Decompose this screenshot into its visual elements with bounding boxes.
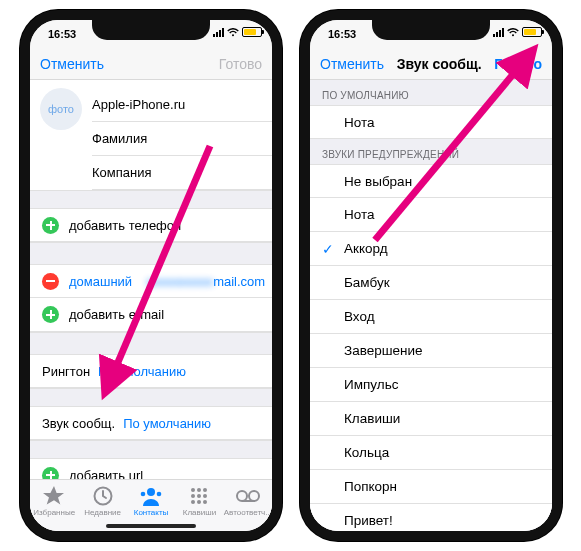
email-visible: mail.com bbox=[213, 274, 265, 289]
svg-point-9 bbox=[203, 494, 207, 498]
tab-keypad[interactable]: Клавиши bbox=[175, 480, 223, 523]
svg-point-5 bbox=[197, 488, 201, 492]
svg-point-2 bbox=[141, 492, 146, 497]
email-hidden: xxxxxxxxxx bbox=[146, 274, 213, 289]
svg-point-8 bbox=[197, 494, 201, 498]
list-item[interactable]: Вход bbox=[310, 300, 552, 334]
svg-point-11 bbox=[197, 500, 201, 504]
minus-icon bbox=[42, 273, 59, 290]
cellular-icon bbox=[213, 28, 224, 37]
keypad-icon bbox=[189, 486, 209, 506]
wifi-icon bbox=[227, 28, 239, 37]
photo-label: фото bbox=[48, 103, 74, 115]
list-item[interactable]: Нота bbox=[310, 198, 552, 232]
done-button[interactable]: Готово bbox=[494, 56, 542, 72]
nav-bar: Отменить Готово bbox=[30, 48, 272, 80]
svg-point-10 bbox=[191, 500, 195, 504]
svg-point-7 bbox=[191, 494, 195, 498]
checkmark-icon: ✓ bbox=[322, 242, 334, 256]
battery-icon bbox=[522, 27, 542, 37]
battery-icon bbox=[242, 27, 262, 37]
list-item[interactable]: Импульс bbox=[310, 368, 552, 402]
svg-point-14 bbox=[249, 491, 259, 501]
done-button[interactable]: Готово bbox=[219, 56, 262, 72]
add-email-row[interactable]: добавить e-mail bbox=[30, 298, 272, 332]
contacts-icon bbox=[139, 486, 163, 506]
svg-point-1 bbox=[147, 488, 155, 496]
list-item[interactable]: ✓Аккорд bbox=[310, 232, 552, 266]
tab-voicemail[interactable]: Автоответч... bbox=[224, 480, 272, 523]
home-indicator[interactable] bbox=[106, 524, 196, 528]
section-alert: ЗВУКИ ПРЕДУПРЕЖДЕНИЙ bbox=[310, 139, 552, 164]
sound-list[interactable]: ПО УМОЛЧАНИЮ Нота ЗВУКИ ПРЕДУПРЕЖДЕНИЙ Н… bbox=[310, 80, 552, 531]
phone-left: 16:53 Отменить Готово фото Apple-iPhone.… bbox=[20, 10, 282, 541]
tab-recent[interactable]: Недавние bbox=[78, 480, 126, 523]
list-item[interactable]: Кольца bbox=[310, 436, 552, 470]
status-time: 16:53 bbox=[328, 28, 356, 40]
phone-right: 16:53 Отменить Звук сообщ. Готово ПО УМО… bbox=[300, 10, 562, 541]
text-tone-row[interactable]: Звук сообщ. По умолчанию bbox=[30, 406, 272, 440]
tab-bar: Избранные Недавние Контакты Клавиши Авто… bbox=[30, 479, 272, 531]
photo-button[interactable]: фото bbox=[40, 88, 82, 130]
tab-favorites[interactable]: Избранные bbox=[30, 480, 78, 523]
nav-bar: Отменить Звук сообщ. Готово bbox=[310, 48, 552, 80]
voicemail-icon bbox=[235, 486, 261, 506]
svg-point-4 bbox=[191, 488, 195, 492]
svg-point-12 bbox=[203, 500, 207, 504]
section-default: ПО УМОЛЧАНИЮ bbox=[310, 80, 552, 105]
clock-icon bbox=[93, 486, 113, 506]
list-item[interactable]: Бамбук bbox=[310, 266, 552, 300]
cancel-button[interactable]: Отменить bbox=[40, 56, 104, 72]
cellular-icon bbox=[493, 28, 504, 37]
company-field[interactable]: Компания bbox=[92, 156, 272, 190]
cancel-button[interactable]: Отменить bbox=[320, 56, 384, 72]
notch bbox=[372, 18, 490, 40]
plus-icon bbox=[42, 306, 59, 323]
list-item[interactable]: Нота bbox=[310, 105, 552, 139]
list-item[interactable]: Завершение bbox=[310, 334, 552, 368]
surname-field[interactable]: Фамилия bbox=[92, 122, 272, 156]
add-phone-row[interactable]: добавить телефон bbox=[30, 208, 272, 242]
notch bbox=[92, 18, 210, 40]
nav-title: Звук сообщ. bbox=[384, 56, 494, 72]
svg-point-3 bbox=[157, 492, 162, 497]
contact-edit-content: фото Apple-iPhone.ru Фамилия Компания до… bbox=[30, 80, 272, 531]
list-item[interactable]: Не выбран bbox=[310, 164, 552, 198]
ringtone-row[interactable]: Рингтон По умолчанию bbox=[30, 354, 272, 388]
tab-contacts[interactable]: Контакты bbox=[127, 480, 175, 523]
svg-point-13 bbox=[237, 491, 247, 501]
star-icon bbox=[43, 486, 65, 506]
list-item[interactable]: Клавиши bbox=[310, 402, 552, 436]
wifi-icon bbox=[507, 28, 519, 37]
name-field[interactable]: Apple-iPhone.ru bbox=[92, 88, 272, 122]
list-item[interactable]: Привет! bbox=[310, 504, 552, 531]
svg-point-6 bbox=[203, 488, 207, 492]
status-time: 16:53 bbox=[48, 28, 76, 40]
plus-icon bbox=[42, 217, 59, 234]
email-row[interactable]: домашний xxxxxxxxxxmail.com bbox=[30, 264, 272, 298]
list-item[interactable]: Попкорн bbox=[310, 470, 552, 504]
